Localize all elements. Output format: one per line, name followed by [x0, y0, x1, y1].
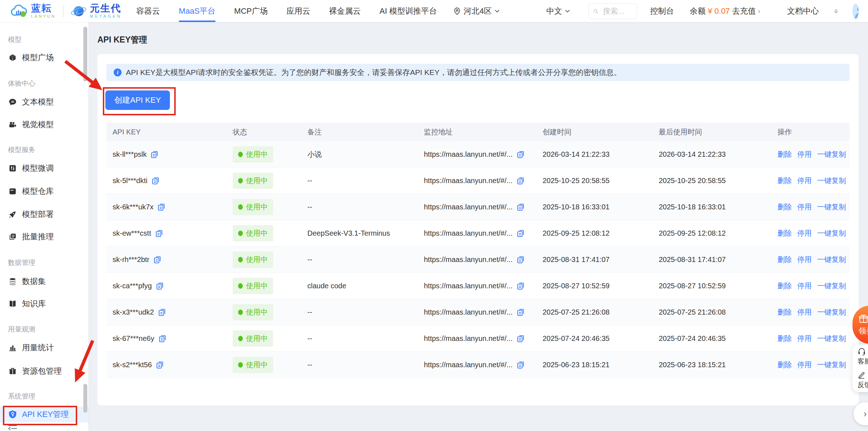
delete-link[interactable]: 删除 — [777, 281, 792, 291]
region-selector[interactable]: 河北4区 — [453, 6, 500, 17]
collapse-sidebar-icon[interactable] — [8, 425, 17, 431]
sidebar-scrollbar-thumb[interactable] — [83, 27, 87, 81]
recharge-link[interactable]: 去充值 — [732, 6, 756, 17]
copy-icon[interactable] — [158, 334, 167, 343]
sidebar-scrollbar-thumb-bottom[interactable] — [83, 384, 87, 413]
copy-icon[interactable] — [155, 360, 164, 369]
copy-icon[interactable] — [516, 255, 525, 264]
disable-link[interactable]: 停用 — [797, 307, 812, 317]
note-value: 小说 — [307, 150, 424, 159]
copy-icon[interactable] — [155, 281, 164, 290]
disable-link[interactable]: 停用 — [797, 255, 812, 265]
copy-icon[interactable] — [153, 255, 162, 264]
disable-link[interactable]: 停用 — [797, 334, 812, 343]
bell-icon[interactable] — [834, 6, 838, 16]
sidebar-section-system: 系统管理 — [8, 392, 35, 401]
sidebar-item-usage-stats[interactable]: 用量统计 — [0, 340, 88, 356]
sidebar-item-knowledge-base[interactable]: 知识库 — [0, 296, 88, 312]
metagen-logo[interactable]: 元生代 METAGEN — [70, 3, 122, 19]
docs-center-link[interactable]: 文档中心 — [787, 6, 819, 17]
copy-key-link[interactable]: 一键复制 — [817, 150, 846, 159]
sidebar-section-data: 数据管理 — [8, 258, 35, 267]
copy-key-link[interactable]: 一键复制 — [817, 307, 846, 317]
console-link[interactable]: 控制台 — [650, 6, 674, 17]
sidebar-item-vision-model[interactable]: 视觉模型 — [0, 117, 88, 133]
copy-icon[interactable] — [151, 176, 160, 185]
copy-icon[interactable] — [516, 308, 525, 316]
create-api-key-button[interactable]: 创建API KEY — [105, 90, 170, 110]
sidebar-section-experience: 体验中心 — [8, 79, 35, 88]
nav-item-bare-metal[interactable]: 裸金属云 — [329, 0, 361, 22]
sidebar-item-model-finetune[interactable]: 模型微调 — [0, 160, 88, 176]
copy-icon[interactable] — [516, 281, 525, 290]
last-used-time-value: 2025-06-23 18:15:21 — [659, 361, 777, 369]
copy-key-link[interactable]: 一键复制 — [817, 228, 846, 238]
copy-icon[interactable] — [516, 203, 525, 211]
nav-item-container-cloud[interactable]: 容器云 — [136, 0, 160, 22]
copy-key-link[interactable]: 一键复制 — [817, 281, 846, 291]
nav-item-mcp-market[interactable]: MCP广场 — [234, 0, 268, 22]
sidebar-item-model-square[interactable]: 模型广场 — [0, 50, 88, 66]
copy-icon[interactable] — [516, 334, 525, 343]
nav-item-maas-platform[interactable]: MaaS平台 — [179, 0, 215, 22]
copy-icon[interactable] — [516, 229, 525, 237]
sidebar-item-label: 模型部署 — [22, 209, 54, 220]
created-time-value: 2025-06-23 18:15:21 — [543, 361, 659, 369]
nav-item-app-cloud[interactable]: 应用云 — [286, 0, 310, 22]
delete-link[interactable]: 删除 — [777, 176, 792, 186]
monitor-url-value: https://maas.lanyun.net/#/... — [424, 229, 513, 237]
gift-icon — [9, 367, 17, 375]
sidebar-item-model-repo[interactable]: 模型仓库 — [0, 183, 88, 199]
language-selector[interactable]: 中文 — [546, 6, 570, 17]
sliders-icon — [9, 164, 17, 172]
nav-item-ai-train-platform[interactable]: AI 模型训推平台 — [380, 0, 437, 22]
avatar[interactable] — [852, 4, 859, 19]
copy-icon[interactable] — [155, 229, 163, 237]
disable-link[interactable]: 停用 — [797, 228, 812, 238]
sidebar-item-batch-inference[interactable]: 批量推理 — [0, 229, 88, 245]
copy-key-link[interactable]: 一键复制 — [817, 360, 846, 370]
delete-link[interactable]: 删除 — [777, 307, 792, 317]
copy-key-link[interactable]: 一键复制 — [817, 255, 846, 265]
copy-icon[interactable] — [516, 176, 525, 185]
api-key-value: sk-6k***uk7x — [113, 203, 153, 211]
created-time-value: 2025-08-27 10:52:59 — [543, 282, 659, 290]
copy-icon[interactable] — [158, 308, 166, 316]
delete-link[interactable]: 删除 — [777, 334, 792, 343]
feedback-button[interactable]: 反馈 — [858, 371, 868, 390]
sidebar-item-dataset[interactable]: 数据集 — [0, 274, 88, 289]
delete-link[interactable]: 删除 — [777, 360, 792, 370]
disable-link[interactable]: 停用 — [797, 360, 812, 370]
copy-icon[interactable] — [157, 203, 166, 211]
monitor-url-value: https://maas.lanyun.net/#/... — [424, 361, 513, 369]
disable-link[interactable]: 停用 — [797, 202, 812, 212]
copy-icon[interactable] — [516, 150, 525, 159]
balance-widget[interactable]: 余额 ¥ 0.07 去充值 › — [690, 6, 760, 17]
search-input[interactable] — [602, 6, 632, 16]
copy-icon[interactable] — [150, 150, 159, 159]
row-actions: 删除 停用 一键复制 — [777, 255, 850, 265]
docs-label: 文档中心 — [787, 6, 819, 17]
sidebar-item-label: 视觉模型 — [22, 119, 54, 130]
copy-icon[interactable] — [516, 360, 525, 369]
disable-link[interactable]: 停用 — [797, 176, 812, 186]
copy-key-link[interactable]: 一键复制 — [817, 176, 846, 186]
search-box[interactable] — [588, 3, 637, 19]
sidebar-item-label: 知识库 — [22, 298, 46, 309]
collapse-float-button[interactable]: › — [854, 402, 868, 425]
disable-link[interactable]: 停用 — [797, 281, 812, 291]
delete-link[interactable]: 删除 — [777, 202, 792, 212]
lanyun-logo[interactable]: 蓝耘 LANYUN — [9, 4, 56, 18]
sidebar-item-text-model[interactable]: 文本模型 — [0, 94, 88, 110]
delete-link[interactable]: 删除 — [777, 150, 792, 159]
copy-key-link[interactable]: 一键复制 — [817, 334, 846, 343]
note-value: -- — [307, 177, 424, 185]
sidebar-item-api-key-management[interactable]: API KEY管理 — [0, 406, 88, 422]
delete-link[interactable]: 删除 — [777, 228, 792, 238]
delete-link[interactable]: 删除 — [777, 255, 792, 265]
customer-service-button[interactable]: 客服 — [858, 347, 868, 366]
copy-key-link[interactable]: 一键复制 — [817, 202, 846, 212]
sidebar-item-model-deploy[interactable]: 模型部署 — [0, 206, 88, 222]
disable-link[interactable]: 停用 — [797, 150, 812, 159]
sidebar-item-resource-packages[interactable]: 资源包管理 — [0, 363, 88, 379]
